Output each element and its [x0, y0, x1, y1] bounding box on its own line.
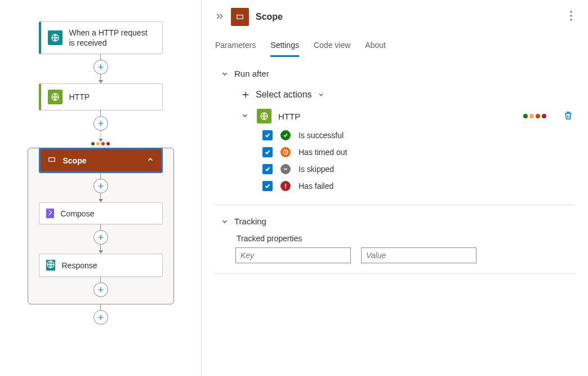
compose-icon — [46, 209, 54, 218]
tab-code-view[interactable]: Code view — [314, 41, 350, 57]
globe-icon — [48, 90, 63, 104]
tracked-key-input[interactable] — [235, 247, 351, 263]
scope-container: Scope Compose — [28, 148, 174, 304]
condition-label: Is successful — [299, 131, 344, 140]
checkbox-skipped[interactable] — [262, 164, 273, 174]
workflow-canvas: When a HTTP request is received HTTP — [0, 0, 202, 376]
svg-rect-4 — [237, 15, 243, 19]
compose-label: Compose — [61, 209, 95, 218]
action-name: HTTP — [278, 112, 516, 121]
delete-action-button[interactable] — [562, 109, 574, 123]
checkbox-successful[interactable] — [262, 130, 273, 140]
condition-row-successful: Is successful — [235, 127, 574, 144]
chevron-down-icon — [318, 91, 324, 98]
condition-label: Is skipped — [299, 165, 334, 174]
panel-tabs: Parameters Settings Code view About — [215, 36, 574, 57]
add-step-button[interactable] — [93, 116, 108, 131]
checkbox-timedout[interactable] — [262, 147, 273, 157]
run-after-dots — [523, 114, 546, 118]
response-label: Response — [62, 261, 97, 270]
scope-icon — [231, 8, 249, 26]
scope-label: Scope — [63, 156, 87, 165]
connector — [93, 54, 108, 83]
trigger-card[interactable]: When a HTTP request is received — [39, 21, 163, 54]
tracking-section: Tracking Tracked properties — [215, 205, 574, 274]
tracked-properties-label: Tracked properties — [235, 234, 574, 243]
connector — [93, 110, 108, 142]
svg-point-5 — [570, 11, 572, 12]
tab-about[interactable]: About — [365, 41, 386, 57]
condition-row-timedout: Has timed out — [235, 144, 574, 161]
checkbox-failed[interactable] — [262, 181, 273, 191]
tab-settings[interactable]: Settings — [270, 41, 299, 57]
details-panel: Scope Parameters Settings Code view Abou… — [202, 0, 588, 376]
response-card[interactable]: Response — [39, 254, 163, 277]
svg-point-6 — [570, 15, 572, 16]
collapse-panel-button[interactable] — [215, 12, 224, 23]
compose-card[interactable]: Compose — [39, 202, 163, 224]
panel-title: Scope — [256, 12, 283, 22]
run-after-header[interactable]: Run after — [221, 69, 574, 78]
run-after-action-row: HTTP — [235, 105, 574, 127]
connector — [93, 304, 108, 325]
run-after-title: Run after — [234, 69, 269, 78]
clock-icon — [280, 147, 291, 157]
more-menu-button[interactable] — [568, 8, 574, 26]
check-icon — [280, 130, 291, 140]
condition-row-failed: ! Has failed — [235, 178, 574, 194]
minus-icon — [280, 164, 291, 174]
tab-parameters[interactable]: Parameters — [215, 41, 256, 57]
add-step-button[interactable] — [93, 179, 108, 193]
connector — [93, 173, 108, 202]
connector — [93, 224, 108, 254]
condition-label: Has failed — [299, 182, 333, 191]
tracked-value-input[interactable] — [361, 247, 476, 263]
add-step-button[interactable] — [93, 282, 108, 297]
select-actions-button[interactable]: Select actions — [235, 86, 574, 105]
tracking-header[interactable]: Tracking — [221, 216, 574, 226]
scope-header[interactable]: Scope — [39, 148, 163, 173]
condition-row-skipped: Is skipped — [235, 161, 574, 178]
run-after-dots — [91, 142, 110, 145]
chevron-down-icon — [221, 70, 229, 78]
globe-icon — [48, 30, 63, 45]
tracking-title: Tracking — [234, 216, 266, 226]
chevron-down-icon — [221, 218, 229, 225]
expand-action-button[interactable] — [241, 112, 250, 121]
scope-icon — [47, 155, 56, 166]
add-step-button[interactable] — [93, 60, 108, 74]
add-step-button[interactable] — [93, 310, 108, 325]
add-step-button[interactable] — [93, 230, 108, 245]
globe-icon — [46, 260, 55, 271]
bang-icon: ! — [280, 181, 291, 191]
svg-rect-2 — [48, 158, 55, 162]
select-actions-label: Select actions — [256, 90, 312, 100]
trigger-label: When a HTTP request is received — [69, 28, 155, 48]
chevron-up-icon — [146, 156, 154, 165]
svg-point-7 — [570, 19, 572, 20]
panel-header: Scope — [215, 8, 574, 36]
http-card[interactable]: HTTP — [39, 83, 163, 110]
connector — [93, 277, 108, 297]
globe-icon — [257, 109, 271, 123]
condition-label: Has timed out — [299, 148, 347, 157]
plus-icon — [241, 90, 250, 99]
run-after-section: Run after Select actions HTTP — [215, 57, 574, 205]
http-label: HTTP — [69, 92, 90, 102]
